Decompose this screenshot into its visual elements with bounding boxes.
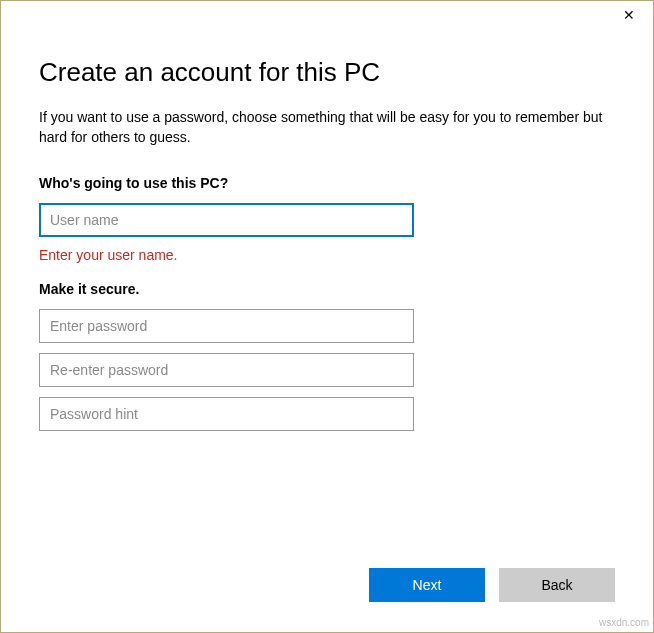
content-area: Create an account for this PC If you wan… — [1, 29, 653, 568]
user-section-label: Who's going to use this PC? — [39, 175, 615, 191]
password-input[interactable] — [39, 309, 414, 343]
username-input[interactable] — [39, 203, 414, 237]
username-error: Enter your user name. — [39, 247, 615, 263]
titlebar: ✕ — [1, 1, 653, 29]
close-icon[interactable]: ✕ — [623, 8, 635, 22]
password2-field-wrap — [39, 353, 615, 387]
footer: Next Back — [1, 568, 653, 632]
password-hint-input[interactable] — [39, 397, 414, 431]
dialog-window: ✕ Create an account for this PC If you w… — [0, 0, 654, 633]
username-field-wrap — [39, 203, 615, 237]
page-description: If you want to use a password, choose so… — [39, 108, 615, 147]
next-button[interactable]: Next — [369, 568, 485, 602]
secure-section: Make it secure. — [39, 281, 615, 431]
watermark: wsxdn.com — [599, 617, 649, 628]
back-button[interactable]: Back — [499, 568, 615, 602]
secure-section-label: Make it secure. — [39, 281, 615, 297]
password-reenter-input[interactable] — [39, 353, 414, 387]
page-title: Create an account for this PC — [39, 57, 615, 88]
hint-field-wrap — [39, 397, 615, 431]
password-field-wrap — [39, 309, 615, 343]
